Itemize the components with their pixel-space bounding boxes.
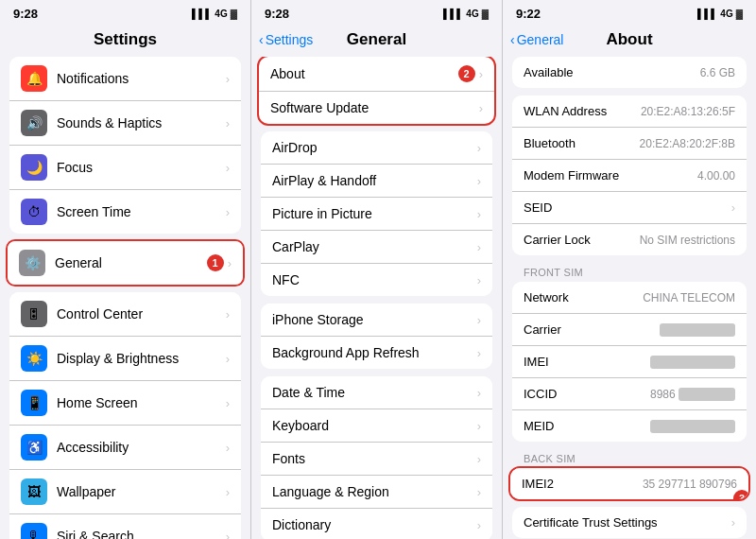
about-panel: 9:22 ▌▌▌ 4G ▓ ‹ General About Available … xyxy=(503,0,756,539)
softwareupdate-label: Software Update xyxy=(270,100,475,115)
settings-title: Settings xyxy=(94,30,157,49)
settings-item-general[interactable]: ⚙️ General 1 › xyxy=(8,241,243,285)
imei-value xyxy=(650,356,735,369)
settings-item-homescreen[interactable]: 📱 Home Screen › xyxy=(9,381,241,426)
settings-item-wallpaper[interactable]: 🖼 Wallpaper › xyxy=(9,470,241,514)
about-row-meid: MEID xyxy=(512,410,747,442)
settings-item-notifications[interactable]: 🔔 Notifications › xyxy=(9,57,241,101)
battery-icon-3: ▓ xyxy=(736,9,743,19)
bluetooth-value: 20:E2:A8:20:2F:8B xyxy=(640,137,735,150)
signal-icon-1: ▌▌▌ xyxy=(192,9,212,19)
general-section-storage: iPhone Storage › Background App Refresh … xyxy=(261,304,492,369)
back-chevron-icon: ‹ xyxy=(259,32,264,47)
network-type-3: 4G xyxy=(720,9,732,19)
available-value: 6.6 GB xyxy=(700,66,735,79)
battery-icon-1: ▓ xyxy=(231,9,237,19)
about-row-seid[interactable]: SEID › xyxy=(512,192,747,224)
language-label: Language & Region xyxy=(272,484,473,499)
storage-label: iPhone Storage xyxy=(272,312,473,327)
about-label: About xyxy=(270,66,453,81)
settings-item-siri[interactable]: 🎙 Siri & Search › xyxy=(9,514,241,539)
accessibility-label: Accessibility xyxy=(57,440,222,455)
controlcenter-icon: 🎛 xyxy=(21,301,47,327)
about-list: Available 6.6 GB WLAN Address 20:E2:A8:1… xyxy=(503,57,756,539)
sounds-label: Sounds & Haptics xyxy=(57,115,222,130)
about-row-bluetooth: Bluetooth 20:E2:A8:20:2F:8B xyxy=(512,128,747,160)
battery-icon-2: ▓ xyxy=(482,9,489,19)
chevron-display: › xyxy=(226,352,230,366)
general-item-bgrefresh[interactable]: Background App Refresh › xyxy=(261,337,492,369)
chevron-carplay: › xyxy=(477,240,481,254)
airdrop-label: AirDrop xyxy=(272,140,473,155)
accessibility-icon: ♿ xyxy=(21,434,47,461)
general-item-dictionary[interactable]: Dictionary › xyxy=(261,509,492,539)
general-item-airdrop[interactable]: AirDrop › xyxy=(261,131,492,165)
settings-item-focus[interactable]: 🌙 Focus › xyxy=(9,146,241,190)
time-1: 9:28 xyxy=(13,7,38,21)
chevron-storage: › xyxy=(477,313,481,327)
meid-label: MEID xyxy=(524,419,555,433)
general-item-datetime[interactable]: Date & Time › xyxy=(261,376,492,409)
status-icons-2: ▌▌▌ 4G ▓ xyxy=(443,9,489,19)
chevron-keyboard: › xyxy=(477,419,481,433)
back-to-settings[interactable]: ‹ Settings xyxy=(259,32,313,47)
modem-value: 4.00.00 xyxy=(697,169,735,183)
about-row-network: Network CHINA TELECOM xyxy=(512,282,747,314)
back-chevron-icon-2: ‹ xyxy=(510,32,515,47)
focus-label: Focus xyxy=(57,160,222,175)
signal-icon-3: ▌▌▌ xyxy=(697,9,717,19)
time-3: 9:22 xyxy=(516,7,541,21)
general-item-language[interactable]: Language & Region › xyxy=(261,476,492,509)
settings-item-controlcenter[interactable]: 🎛 Control Center › xyxy=(9,292,241,337)
chevron-cc: › xyxy=(226,307,230,322)
general-item-softwareupdate[interactable]: Software Update › xyxy=(259,92,494,124)
about-row-available: Available 6.6 GB xyxy=(512,57,747,88)
chevron-language: › xyxy=(477,485,481,499)
back-label: Settings xyxy=(266,32,314,47)
general-list: About 2 › Software Update › AirDrop › Ai… xyxy=(251,57,502,539)
network-type-2: 4G xyxy=(466,9,478,19)
general-item-storage[interactable]: iPhone Storage › xyxy=(261,304,492,337)
about-nav-header: ‹ General About xyxy=(503,26,756,57)
back-to-general[interactable]: ‹ General xyxy=(510,32,563,47)
general-item-nfc[interactable]: NFC › xyxy=(261,264,492,296)
seid-label: SEID xyxy=(524,200,552,215)
wallpaper-label: Wallpaper xyxy=(57,484,222,499)
general-panel: 9:28 ▌▌▌ 4G ▓ ‹ Settings General About 2… xyxy=(251,0,503,539)
carrierlock-label: Carrier Lock xyxy=(524,233,591,247)
carplay-label: CarPlay xyxy=(272,239,473,254)
chevron-seid: › xyxy=(731,200,735,215)
homescreen-icon: 📱 xyxy=(21,390,47,416)
general-item-carplay[interactable]: CarPlay › xyxy=(261,231,492,264)
general-title: General xyxy=(347,30,406,49)
settings-item-sounds[interactable]: 🔊 Sounds & Haptics › xyxy=(9,101,241,146)
about-title: About xyxy=(606,30,652,49)
settings-item-display[interactable]: ☀️ Display & Brightness › xyxy=(9,337,241,381)
settings-item-accessibility[interactable]: ♿ Accessibility › xyxy=(9,426,241,470)
settings-item-screentime[interactable]: ⏱ Screen Time › xyxy=(9,190,241,234)
general-label: General xyxy=(55,255,201,270)
wlan-value: 20:E2:A8:13:26:5F xyxy=(641,105,735,118)
about-row-cert[interactable]: Certificate Trust Settings › xyxy=(512,507,747,538)
frontsim-header: FRONT SIM xyxy=(503,263,756,282)
about-row-wlan: WLAN Address 20:E2:A8:13:26:5F xyxy=(512,96,747,128)
iccid-value: 8986 xyxy=(650,388,735,401)
status-bar-3: 9:22 ▌▌▌ 4G ▓ xyxy=(503,0,756,26)
general-item-airplay[interactable]: AirPlay & Handoff › xyxy=(261,165,492,198)
badge-3: 3 xyxy=(733,490,748,499)
general-item-fonts[interactable]: Fonts › xyxy=(261,443,492,476)
general-item-keyboard[interactable]: Keyboard › xyxy=(261,409,492,443)
chevron-notifications: › xyxy=(226,72,230,86)
chevron-wallpaper: › xyxy=(226,485,230,499)
sounds-icon: 🔊 xyxy=(21,110,47,136)
settings-panel: 9:28 ▌▌▌ 4G ▓ Settings 🔔 Notifications ›… xyxy=(0,0,251,539)
settings-section-1: 🔔 Notifications › 🔊 Sounds & Haptics › 🌙… xyxy=(9,57,241,234)
fonts-label: Fonts xyxy=(272,451,473,466)
general-item-pip[interactable]: Picture in Picture › xyxy=(261,198,492,231)
chevron-pip: › xyxy=(477,207,481,221)
carrierlock-value: No SIM restrictions xyxy=(640,234,735,247)
chevron-datetime: › xyxy=(477,386,481,400)
settings-section-3: 🎛 Control Center › ☀️ Display & Brightne… xyxy=(9,292,241,539)
bluetooth-label: Bluetooth xyxy=(524,136,576,150)
general-item-about[interactable]: About 2 › xyxy=(259,57,494,92)
